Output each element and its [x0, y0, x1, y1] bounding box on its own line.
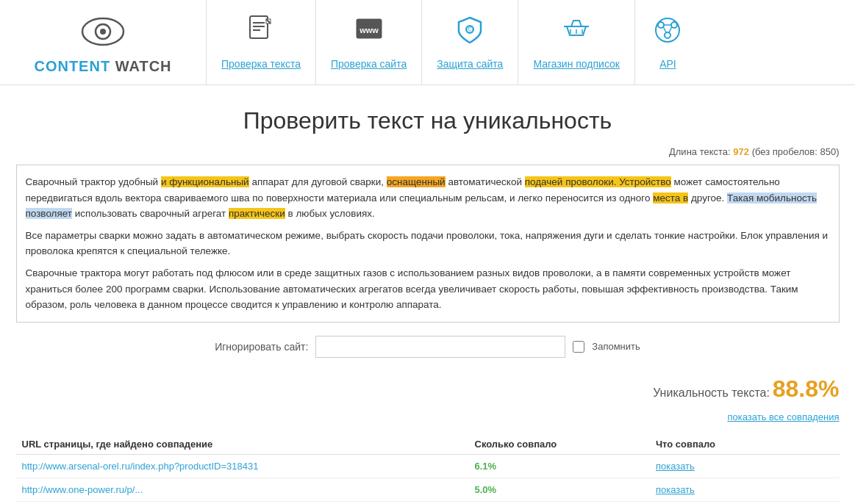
- shield-icon: ©: [454, 15, 485, 52]
- highlight-3: подачей проволоки. Устройство: [525, 176, 671, 187]
- svg-rect-6: [253, 29, 260, 31]
- www-icon: www: [354, 15, 384, 52]
- text-length-no-spaces: (без пробелов: 850): [752, 146, 840, 157]
- page-title: Проверить текст на уникальность: [16, 107, 840, 134]
- nav-shop-label: Магазин подписок: [533, 58, 620, 70]
- table-header-what: Что совпало: [650, 434, 840, 455]
- nav-api-label: API: [659, 58, 676, 70]
- ignore-checkbox[interactable]: [573, 341, 584, 353]
- logo-content: CONTENT: [34, 58, 110, 74]
- table-header-url: URL страницы, где найдено совпадение: [16, 434, 469, 455]
- text-length-info: Длина текста: 972 (без пробелов: 850): [16, 146, 840, 157]
- header: CONTENT WATCH Проверка текста www: [0, 0, 855, 85]
- show-link-0[interactable]: показать: [656, 461, 695, 472]
- svg-line-21: [663, 26, 666, 32]
- ignore-input[interactable]: [315, 336, 565, 358]
- table-row: http://www.one-power.ru/p/... 5.0% показ…: [16, 478, 840, 501]
- show-link-1[interactable]: показать: [656, 484, 695, 495]
- show-all-matches[interactable]: показать все совпадения: [16, 411, 840, 422]
- table-row: http://www.arsenal-orel.ru/index.php?pro…: [16, 454, 840, 478]
- ignore-remember: Запомнить: [592, 341, 640, 352]
- api-icon: [652, 15, 683, 52]
- highlight-1: и функциональный: [161, 176, 249, 187]
- text-length-number: 972: [733, 146, 749, 157]
- text-display: Сварочный трактор удобный и функциональн…: [16, 165, 840, 323]
- url-link-1[interactable]: http://www.one-power.ru/p/...: [22, 484, 143, 495]
- nav-check-site-label: Проверка сайта: [331, 58, 407, 70]
- table-cell-url-0: http://www.arsenal-orel.ru/index.php?pro…: [16, 454, 469, 478]
- table-cell-show-1: показать: [650, 478, 840, 501]
- main-content: Проверить текст на уникальность Длина те…: [1, 85, 854, 504]
- matches-table: URL страницы, где найдено совпадение Ско…: [16, 434, 840, 502]
- result-section: Уникальность текста: 88.8%: [16, 375, 840, 403]
- nav-protect-site-label: Защита сайта: [437, 58, 503, 70]
- highlight-2: оснащенный: [387, 176, 446, 187]
- nav-check-text-label: Проверка текста: [221, 58, 301, 70]
- table-cell-pct-0: 6.1%: [469, 454, 650, 478]
- svg-line-22: [669, 26, 672, 32]
- nav-check-site[interactable]: www Проверка сайта: [315, 0, 421, 84]
- table-header-percent: Сколько совпало: [469, 434, 650, 455]
- table-cell-url-1: http://www.one-power.ru/p/...: [16, 478, 469, 501]
- logo-area: CONTENT WATCH: [0, 0, 206, 84]
- nav-check-text[interactable]: Проверка текста: [206, 0, 315, 84]
- ignore-row: Игнорировать сайт: Запомнить: [16, 336, 840, 358]
- basket-icon: [561, 15, 592, 52]
- svg-text:www: www: [359, 26, 379, 35]
- highlight-5: Такая мобильность позволяет: [26, 192, 817, 220]
- logo-text: CONTENT WATCH: [34, 58, 171, 75]
- uniqueness-label: Уникальность текста:: [653, 386, 770, 399]
- uniqueness-value: 88.8%: [773, 375, 840, 402]
- logo-watch: WATCH: [110, 58, 171, 74]
- svg-rect-5: [253, 26, 265, 27]
- text-length-label: Длина текста:: [669, 146, 731, 157]
- url-link-0[interactable]: http://www.arsenal-orel.ru/index.php?pro…: [22, 461, 259, 472]
- nav-shop[interactable]: Магазин подписок: [518, 0, 634, 84]
- svg-text:©: ©: [467, 25, 473, 34]
- svg-point-20: [665, 32, 670, 38]
- logo-icon: [81, 10, 125, 54]
- highlight-6: практически: [229, 208, 285, 219]
- svg-rect-4: [253, 22, 265, 24]
- ignore-label: Игнорировать сайт:: [215, 341, 308, 353]
- text-icon: [246, 15, 276, 52]
- table-cell-show-0: показать: [650, 454, 840, 478]
- nav-protect-site[interactable]: © Защита сайта: [421, 0, 518, 84]
- table-cell-pct-1: 5.0%: [469, 478, 650, 501]
- svg-point-2: [100, 29, 106, 35]
- highlight-4: места в: [653, 192, 688, 204]
- nav-api[interactable]: API: [634, 0, 701, 84]
